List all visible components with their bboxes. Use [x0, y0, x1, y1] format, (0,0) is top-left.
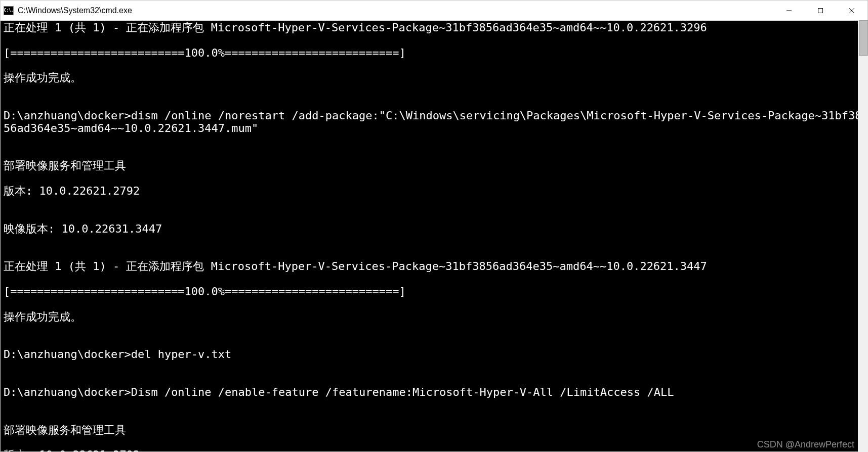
- window-title: C:\Windows\System32\cmd.exe: [18, 6, 132, 15]
- terminal-line: [==========================100.0%=======…: [4, 47, 864, 60]
- minimize-button[interactable]: [773, 1, 805, 20]
- titlebar-left: C:\. C:\Windows\System32\cmd.exe: [4, 6, 132, 15]
- cmd-window: C:\. C:\Windows\System32\cmd.exe 正在处理 1 …: [0, 0, 868, 452]
- terminal-output[interactable]: 正在处理 1 (共 1) - 正在添加程序包 Microsoft-Hyper-V…: [1, 21, 867, 451]
- terminal-line: 映像版本: 10.0.22631.3447: [4, 223, 864, 236]
- terminal-line: 版本: 10.0.22621.2792: [4, 185, 864, 198]
- terminal-line: D:\anzhuang\docker>Dism /online /enable-…: [4, 386, 864, 399]
- titlebar[interactable]: C:\. C:\Windows\System32\cmd.exe: [1, 1, 867, 21]
- vertical-scrollbar[interactable]: [858, 20, 868, 452]
- svg-rect-1: [818, 8, 823, 13]
- minimize-icon: [786, 8, 792, 14]
- terminal-line: 正在处理 1 (共 1) - 正在添加程序包 Microsoft-Hyper-V…: [4, 22, 864, 34]
- terminal-line: 部署映像服务和管理工具: [4, 424, 864, 437]
- close-button[interactable]: [836, 1, 867, 20]
- terminal-line: 部署映像服务和管理工具: [4, 160, 864, 172]
- scrollbar-thumb[interactable]: [859, 20, 868, 56]
- maximize-button[interactable]: [805, 1, 836, 20]
- maximize-icon: [817, 8, 823, 14]
- terminal-line: 版本: 10.0.22621.2792: [4, 449, 864, 451]
- terminal-line: [==========================100.0%=======…: [4, 286, 864, 298]
- cmd-icon: C:\.: [4, 6, 14, 15]
- watermark: CSDN @AndrewPerfect: [757, 439, 854, 449]
- close-icon: [849, 8, 855, 14]
- terminal-line: D:\anzhuang\docker>del hyper-v.txt: [4, 348, 864, 361]
- terminal-line: 操作成功完成。: [4, 72, 864, 84]
- terminal-line: 正在处理 1 (共 1) - 正在添加程序包 Microsoft-Hyper-V…: [4, 260, 864, 273]
- terminal-line: D:\anzhuang\docker>dism /online /noresta…: [4, 110, 864, 135]
- terminal-line: 操作成功完成。: [4, 311, 864, 324]
- window-controls: [773, 1, 867, 20]
